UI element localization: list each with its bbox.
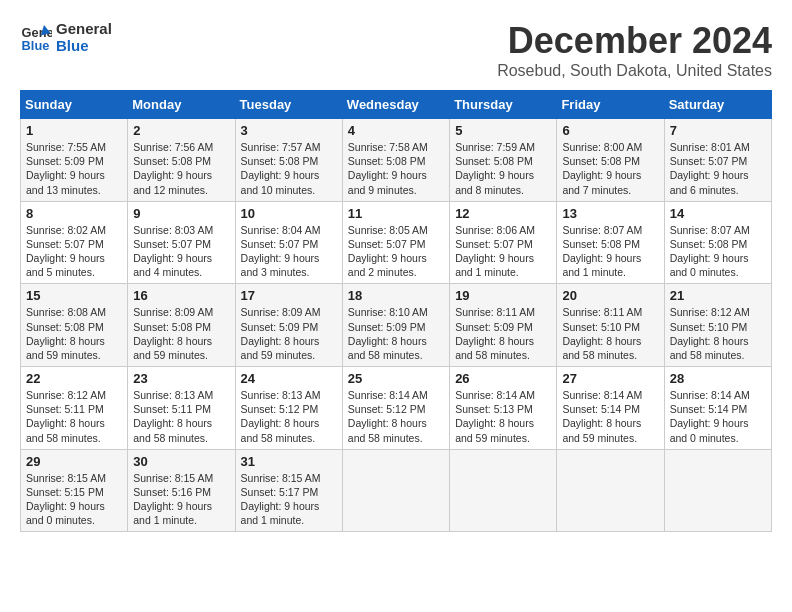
calendar-cell: 28Sunrise: 8:14 AMSunset: 5:14 PMDayligh…	[664, 367, 771, 450]
day-detail: Sunrise: 8:00 AMSunset: 5:08 PMDaylight:…	[562, 140, 658, 197]
day-detail: Sunrise: 8:05 AMSunset: 5:07 PMDaylight:…	[348, 223, 444, 280]
day-detail: Sunrise: 8:08 AMSunset: 5:08 PMDaylight:…	[26, 305, 122, 362]
day-number: 13	[562, 206, 658, 221]
day-number: 6	[562, 123, 658, 138]
day-detail: Sunrise: 8:12 AMSunset: 5:11 PMDaylight:…	[26, 388, 122, 445]
day-number: 30	[133, 454, 229, 469]
day-header-friday: Friday	[557, 91, 664, 119]
day-number: 3	[241, 123, 337, 138]
calendar-cell: 21Sunrise: 8:12 AMSunset: 5:10 PMDayligh…	[664, 284, 771, 367]
day-number: 24	[241, 371, 337, 386]
day-detail: Sunrise: 8:13 AMSunset: 5:11 PMDaylight:…	[133, 388, 229, 445]
day-number: 5	[455, 123, 551, 138]
day-number: 17	[241, 288, 337, 303]
day-header-saturday: Saturday	[664, 91, 771, 119]
svg-text:Blue: Blue	[22, 38, 50, 53]
calendar-cell: 29Sunrise: 8:15 AMSunset: 5:15 PMDayligh…	[21, 449, 128, 532]
calendar-cell: 31Sunrise: 8:15 AMSunset: 5:17 PMDayligh…	[235, 449, 342, 532]
logo-general: General	[56, 20, 112, 37]
calendar-cell: 16Sunrise: 8:09 AMSunset: 5:08 PMDayligh…	[128, 284, 235, 367]
day-number: 25	[348, 371, 444, 386]
day-number: 31	[241, 454, 337, 469]
logo: General Blue General Blue	[20, 20, 112, 54]
day-detail: Sunrise: 7:56 AMSunset: 5:08 PMDaylight:…	[133, 140, 229, 197]
day-detail: Sunrise: 8:15 AMSunset: 5:15 PMDaylight:…	[26, 471, 122, 528]
day-number: 1	[26, 123, 122, 138]
day-detail: Sunrise: 8:15 AMSunset: 5:16 PMDaylight:…	[133, 471, 229, 528]
calendar-cell: 15Sunrise: 8:08 AMSunset: 5:08 PMDayligh…	[21, 284, 128, 367]
title-area: December 2024 Rosebud, South Dakota, Uni…	[497, 20, 772, 80]
calendar-cell: 13Sunrise: 8:07 AMSunset: 5:08 PMDayligh…	[557, 201, 664, 284]
subtitle: Rosebud, South Dakota, United States	[497, 62, 772, 80]
main-title: December 2024	[497, 20, 772, 62]
day-detail: Sunrise: 8:14 AMSunset: 5:12 PMDaylight:…	[348, 388, 444, 445]
day-number: 23	[133, 371, 229, 386]
day-number: 7	[670, 123, 766, 138]
day-detail: Sunrise: 8:06 AMSunset: 5:07 PMDaylight:…	[455, 223, 551, 280]
day-number: 21	[670, 288, 766, 303]
calendar-table: SundayMondayTuesdayWednesdayThursdayFrid…	[20, 90, 772, 532]
day-number: 26	[455, 371, 551, 386]
day-number: 15	[26, 288, 122, 303]
day-detail: Sunrise: 8:11 AMSunset: 5:09 PMDaylight:…	[455, 305, 551, 362]
day-detail: Sunrise: 8:12 AMSunset: 5:10 PMDaylight:…	[670, 305, 766, 362]
day-number: 4	[348, 123, 444, 138]
day-number: 27	[562, 371, 658, 386]
calendar-cell: 7Sunrise: 8:01 AMSunset: 5:07 PMDaylight…	[664, 119, 771, 202]
day-detail: Sunrise: 8:04 AMSunset: 5:07 PMDaylight:…	[241, 223, 337, 280]
logo-icon: General Blue	[20, 21, 52, 53]
day-header-thursday: Thursday	[450, 91, 557, 119]
day-number: 2	[133, 123, 229, 138]
calendar-cell	[664, 449, 771, 532]
calendar-header-row: SundayMondayTuesdayWednesdayThursdayFrid…	[21, 91, 772, 119]
day-detail: Sunrise: 7:57 AMSunset: 5:08 PMDaylight:…	[241, 140, 337, 197]
calendar-cell: 26Sunrise: 8:14 AMSunset: 5:13 PMDayligh…	[450, 367, 557, 450]
day-detail: Sunrise: 8:10 AMSunset: 5:09 PMDaylight:…	[348, 305, 444, 362]
day-number: 20	[562, 288, 658, 303]
day-number: 18	[348, 288, 444, 303]
calendar-cell: 8Sunrise: 8:02 AMSunset: 5:07 PMDaylight…	[21, 201, 128, 284]
calendar-week-2: 8Sunrise: 8:02 AMSunset: 5:07 PMDaylight…	[21, 201, 772, 284]
calendar-cell: 20Sunrise: 8:11 AMSunset: 5:10 PMDayligh…	[557, 284, 664, 367]
calendar-cell: 30Sunrise: 8:15 AMSunset: 5:16 PMDayligh…	[128, 449, 235, 532]
day-number: 10	[241, 206, 337, 221]
calendar-week-4: 22Sunrise: 8:12 AMSunset: 5:11 PMDayligh…	[21, 367, 772, 450]
day-detail: Sunrise: 8:07 AMSunset: 5:08 PMDaylight:…	[562, 223, 658, 280]
calendar-cell: 25Sunrise: 8:14 AMSunset: 5:12 PMDayligh…	[342, 367, 449, 450]
calendar-cell: 23Sunrise: 8:13 AMSunset: 5:11 PMDayligh…	[128, 367, 235, 450]
calendar-cell: 1Sunrise: 7:55 AMSunset: 5:09 PMDaylight…	[21, 119, 128, 202]
calendar-cell: 10Sunrise: 8:04 AMSunset: 5:07 PMDayligh…	[235, 201, 342, 284]
calendar-cell: 5Sunrise: 7:59 AMSunset: 5:08 PMDaylight…	[450, 119, 557, 202]
calendar-cell: 18Sunrise: 8:10 AMSunset: 5:09 PMDayligh…	[342, 284, 449, 367]
calendar-cell: 2Sunrise: 7:56 AMSunset: 5:08 PMDaylight…	[128, 119, 235, 202]
calendar-cell: 12Sunrise: 8:06 AMSunset: 5:07 PMDayligh…	[450, 201, 557, 284]
calendar-cell: 22Sunrise: 8:12 AMSunset: 5:11 PMDayligh…	[21, 367, 128, 450]
day-detail: Sunrise: 8:13 AMSunset: 5:12 PMDaylight:…	[241, 388, 337, 445]
day-header-sunday: Sunday	[21, 91, 128, 119]
calendar-week-1: 1Sunrise: 7:55 AMSunset: 5:09 PMDaylight…	[21, 119, 772, 202]
day-detail: Sunrise: 7:59 AMSunset: 5:08 PMDaylight:…	[455, 140, 551, 197]
day-number: 19	[455, 288, 551, 303]
day-number: 22	[26, 371, 122, 386]
calendar-cell: 17Sunrise: 8:09 AMSunset: 5:09 PMDayligh…	[235, 284, 342, 367]
day-detail: Sunrise: 7:55 AMSunset: 5:09 PMDaylight:…	[26, 140, 122, 197]
calendar-cell: 27Sunrise: 8:14 AMSunset: 5:14 PMDayligh…	[557, 367, 664, 450]
calendar-cell: 9Sunrise: 8:03 AMSunset: 5:07 PMDaylight…	[128, 201, 235, 284]
calendar-week-5: 29Sunrise: 8:15 AMSunset: 5:15 PMDayligh…	[21, 449, 772, 532]
calendar-cell: 19Sunrise: 8:11 AMSunset: 5:09 PMDayligh…	[450, 284, 557, 367]
calendar-cell: 11Sunrise: 8:05 AMSunset: 5:07 PMDayligh…	[342, 201, 449, 284]
day-number: 16	[133, 288, 229, 303]
day-detail: Sunrise: 8:14 AMSunset: 5:13 PMDaylight:…	[455, 388, 551, 445]
day-number: 11	[348, 206, 444, 221]
day-detail: Sunrise: 8:09 AMSunset: 5:09 PMDaylight:…	[241, 305, 337, 362]
calendar-cell	[450, 449, 557, 532]
day-detail: Sunrise: 8:15 AMSunset: 5:17 PMDaylight:…	[241, 471, 337, 528]
calendar-cell: 6Sunrise: 8:00 AMSunset: 5:08 PMDaylight…	[557, 119, 664, 202]
day-number: 28	[670, 371, 766, 386]
day-detail: Sunrise: 8:14 AMSunset: 5:14 PMDaylight:…	[562, 388, 658, 445]
logo-blue: Blue	[56, 37, 112, 54]
day-detail: Sunrise: 8:09 AMSunset: 5:08 PMDaylight:…	[133, 305, 229, 362]
day-detail: Sunrise: 8:07 AMSunset: 5:08 PMDaylight:…	[670, 223, 766, 280]
day-header-tuesday: Tuesday	[235, 91, 342, 119]
calendar-cell: 24Sunrise: 8:13 AMSunset: 5:12 PMDayligh…	[235, 367, 342, 450]
